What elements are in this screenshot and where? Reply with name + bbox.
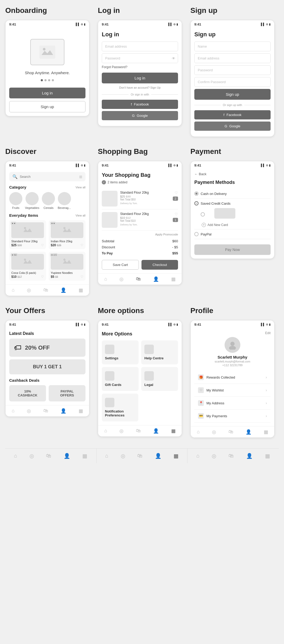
bag-nav-offers[interactable]: ◎ (119, 276, 124, 282)
forgot-password-link[interactable]: Forgot Password? (102, 65, 178, 69)
no-account-note[interactable]: Don't have an account? Sign Up (102, 86, 178, 89)
save-cart-button[interactable]: Save Cart (102, 260, 139, 270)
settings-option[interactable]: Settings (102, 340, 139, 364)
bn-profile-profile[interactable]: 👤 (246, 453, 253, 459)
cash-on-delivery-option[interactable]: Cash on Delivery (194, 189, 271, 199)
pay-now-button[interactable]: Pay Now (194, 244, 271, 255)
login-button[interactable]: Log in (102, 73, 178, 83)
bn-discover-bag[interactable]: 🛍 (46, 453, 51, 459)
more-nav-bag[interactable]: 🛍 (136, 428, 141, 434)
facebook-login-button[interactable]: f Facebook (102, 100, 178, 109)
bn-profile-bag[interactable]: 🛍 (229, 453, 234, 459)
offers-nav-offers[interactable]: ◎ (27, 408, 31, 414)
promo-code-link[interactable]: Apply Promocode (102, 231, 178, 238)
saved-cards-radio[interactable]: − (194, 201, 199, 205)
bn-profile-home[interactable]: ⌂ (196, 453, 200, 459)
profile-nav-profile[interactable]: 👤 (246, 429, 251, 435)
nav-bag[interactable]: 🛍 (43, 287, 48, 293)
card-radio[interactable] (201, 212, 205, 217)
offers-nav-bag[interactable]: 🛍 (43, 408, 48, 414)
paypal-offers-card[interactable]: PAYPALOFFERS (49, 385, 85, 401)
cashback-10-card[interactable]: 10%CASHBACK (9, 385, 46, 401)
signup-button[interactable]: Sign up (194, 89, 271, 100)
name-field[interactable]: Name (194, 42, 271, 51)
signup-email-field[interactable]: Email address (194, 53, 271, 63)
twenty-percent-offer-card[interactable]: 🏷 20% OFF (9, 339, 85, 357)
paypal-radio[interactable] (194, 232, 199, 236)
bn-discover-offers[interactable]: ◎ (29, 453, 34, 459)
search-input[interactable] (20, 175, 77, 179)
heart-bag-1[interactable]: ♡ (175, 191, 178, 195)
heart-icon-4[interactable]: ♡ (80, 275, 83, 279)
edit-profile-link[interactable]: Edit (265, 331, 271, 335)
heart-bag-2[interactable]: ♡ (175, 212, 178, 216)
category-cereals[interactable]: Cereals (42, 192, 55, 209)
category-beverages[interactable]: Beverag... (58, 192, 71, 209)
more-nav-profile[interactable]: 👤 (153, 428, 159, 434)
payments-menu-item[interactable]: 💳 My Payments › (194, 410, 271, 422)
bag-item-1[interactable]: Standard Flour 20kg $25 $30 Net Total $5… (102, 188, 178, 209)
onboarding-signup-button[interactable]: Sign up (9, 101, 85, 112)
bn-profile-more[interactable]: ▦ (265, 453, 270, 459)
list-item[interactable]: ● 50 Coca Cola (5 pack) $10 $17 ♡ (9, 252, 46, 281)
confirm-password-field[interactable]: Confirm Password (194, 77, 271, 87)
category-vegetables[interactable]: Vegetables (25, 192, 39, 209)
cash-radio[interactable] (194, 192, 199, 196)
bn-more-offers[interactable]: ◎ (121, 453, 125, 459)
profile-nav-home[interactable]: ⌂ (197, 429, 200, 435)
bn-more-bag[interactable]: 🛍 (137, 453, 143, 459)
bn-more-profile[interactable]: 👤 (155, 453, 161, 459)
checkout-button[interactable]: Checkout (141, 260, 178, 270)
filter-icon[interactable]: ⊞ (79, 175, 82, 179)
heart-icon-1[interactable]: ♡ (41, 243, 44, 247)
saved-cards-option[interactable]: − Saved Credit Cards (194, 199, 271, 208)
bn-more-more[interactable]: ▦ (174, 453, 179, 459)
notification-preferences-option[interactable]: Notification Preferences (102, 394, 138, 421)
bn-more-home[interactable]: ⌂ (105, 453, 108, 459)
search-bar[interactable]: 🔍 ⊞ (9, 172, 85, 181)
list-item[interactable]: ● ● Standard Flour 20kg $25 $30 ♡ (9, 220, 46, 249)
everyday-view-all[interactable]: View all (75, 214, 85, 217)
list-item[interactable]: ● 4.5 Yupieee Noodles $5 $8 ♡ (49, 252, 85, 281)
onboarding-login-button[interactable]: Log in (9, 88, 85, 98)
offers-nav-profile[interactable]: 👤 (60, 408, 66, 414)
signup-password-field[interactable]: Password (194, 65, 271, 75)
bag-nav-more[interactable]: ▦ (171, 276, 176, 282)
password-field[interactable]: Password (102, 53, 178, 63)
heart-icon-2[interactable]: ♡ (80, 243, 83, 247)
back-link[interactable]: ← Back (194, 172, 271, 176)
bn-discover-more[interactable]: ▦ (82, 453, 87, 459)
add-new-card-button[interactable]: + Add New Card (202, 223, 271, 227)
gift-cards-option[interactable]: Gift Cards (102, 367, 139, 391)
bn-profile-offers[interactable]: ◎ (212, 453, 216, 459)
email-field[interactable]: Email address (102, 42, 178, 51)
nav-home[interactable]: ⌂ (12, 287, 14, 293)
heart-icon-3[interactable]: ♡ (41, 275, 44, 279)
bogo-offer-card[interactable]: BUY 1 GET 1 (9, 359, 85, 374)
category-view-all[interactable]: View all (75, 186, 85, 189)
facebook-signup-button[interactable]: f Facebook (194, 110, 271, 119)
google-login-button[interactable]: G Google (102, 111, 178, 120)
more-nav-offers[interactable]: ◎ (119, 428, 124, 434)
more-nav-more[interactable]: ▦ (171, 428, 176, 434)
bn-discover-home[interactable]: ⌂ (14, 453, 17, 459)
rewards-collected-menu-item[interactable]: 🎁 Rewards Collected › (194, 371, 271, 384)
profile-nav-more[interactable]: ▦ (264, 429, 268, 435)
category-fruits[interactable]: Fruits (9, 192, 22, 209)
nav-profile[interactable]: 👤 (60, 287, 66, 293)
address-menu-item[interactable]: 📍 My Address › (194, 397, 271, 410)
paypal-option[interactable]: PayPal (194, 229, 271, 239)
legal-option[interactable]: Legal (141, 367, 178, 391)
bag-nav-home[interactable]: ⌂ (104, 276, 107, 282)
profile-nav-bag[interactable]: 🛍 (229, 429, 233, 435)
help-centre-option[interactable]: Help Centre (141, 340, 178, 364)
wishlist-menu-item[interactable]: ♡ My Wishlist › (194, 384, 271, 397)
nav-offers[interactable]: ◎ (27, 287, 31, 293)
profile-nav-offers[interactable]: ◎ (212, 429, 216, 435)
offers-nav-more[interactable]: ▦ (79, 408, 83, 414)
bag-item-2[interactable]: Standard Flour 20kg $10 $12 Net Total $1… (102, 209, 178, 231)
list-item[interactable]: ● ● Indian Rice 25kg $20 $25 ♡ (49, 220, 85, 249)
google-signup-button[interactable]: G Google (194, 122, 271, 131)
nav-more[interactable]: ▦ (79, 287, 83, 293)
more-nav-home[interactable]: ⌂ (104, 428, 107, 434)
